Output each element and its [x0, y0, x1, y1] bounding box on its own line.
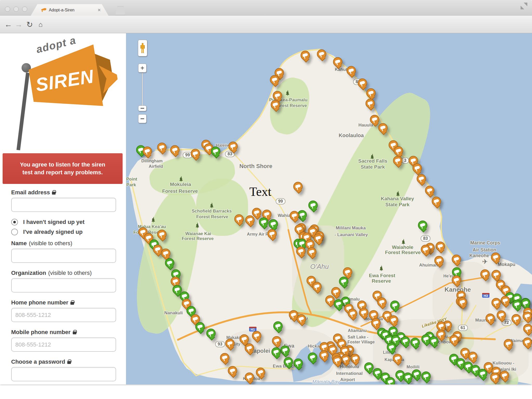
password-field[interactable]	[11, 367, 116, 381]
siren-marker[interactable]	[497, 310, 506, 320]
siren-marker[interactable]	[370, 115, 379, 124]
siren-marker[interactable]	[270, 75, 279, 84]
siren-marker[interactable]	[228, 142, 238, 151]
fullscreen-resize-icon[interactable]	[521, 3, 527, 9]
minimize-window-button[interactable]	[14, 6, 19, 12]
siren-marker[interactable]	[410, 338, 420, 347]
siren-marker[interactable]	[436, 330, 445, 339]
siren-marker[interactable]	[271, 100, 280, 109]
siren-marker[interactable]	[211, 147, 220, 156]
zoom-window-button[interactable]	[22, 6, 27, 12]
siren-marker[interactable]	[157, 143, 167, 152]
siren-marker[interactable]	[523, 311, 532, 321]
siren-marker[interactable]	[308, 201, 318, 210]
siren-marker[interactable]	[452, 275, 461, 285]
siren-marker[interactable]	[228, 366, 237, 375]
siren-marker[interactable]	[458, 297, 467, 307]
siren-marker[interactable]	[259, 217, 268, 227]
siren-marker[interactable]	[331, 287, 341, 296]
siren-marker[interactable]	[206, 329, 216, 338]
siren-marker[interactable]	[491, 252, 500, 262]
siren-marker[interactable]	[252, 331, 261, 340]
siren-marker[interactable]	[245, 215, 255, 225]
siren-marker[interactable]	[290, 211, 299, 220]
siren-marker[interactable]	[511, 314, 521, 323]
siren-marker[interactable]	[319, 350, 329, 360]
siren-marker[interactable]	[191, 149, 200, 158]
zoom-out-button[interactable]	[138, 114, 147, 123]
siren-marker[interactable]	[294, 358, 303, 368]
organization-field[interactable]	[11, 278, 116, 292]
siren-marker[interactable]	[307, 247, 316, 257]
siren-marker[interactable]	[480, 269, 490, 279]
siren-marker[interactable]	[165, 258, 174, 268]
zoom-slider-handle[interactable]	[138, 105, 147, 111]
siren-marker[interactable]	[393, 156, 402, 165]
siren-marker[interactable]	[436, 242, 445, 251]
siren-marker[interactable]	[412, 369, 421, 379]
close-window-button[interactable]	[5, 6, 10, 12]
siren-marker[interactable]	[195, 322, 205, 331]
reload-button[interactable]: ↻	[24, 16, 35, 33]
siren-marker[interactable]	[389, 315, 398, 325]
siren-marker[interactable]	[490, 373, 500, 382]
email-field[interactable]	[11, 198, 116, 212]
siren-marker[interactable]	[245, 343, 254, 353]
siren-marker[interactable]	[378, 123, 388, 132]
siren-marker[interactable]	[429, 336, 438, 346]
siren-marker[interactable]	[434, 256, 444, 265]
siren-marker[interactable]	[377, 297, 387, 307]
siren-marker[interactable]	[312, 282, 322, 291]
siren-marker[interactable]	[401, 336, 410, 346]
siren-marker[interactable]	[296, 247, 305, 256]
siren-marker[interactable]	[523, 324, 532, 333]
siren-marker[interactable]	[256, 368, 265, 377]
siren-marker[interactable]	[245, 373, 254, 382]
siren-marker[interactable]	[225, 339, 235, 348]
siren-marker[interactable]	[478, 369, 487, 378]
new-tab-button[interactable]	[113, 6, 125, 15]
siren-marker[interactable]	[403, 373, 413, 382]
siren-marker[interactable]	[301, 51, 310, 60]
siren-marker[interactable]	[491, 270, 501, 279]
siren-marker[interactable]	[500, 371, 509, 380]
siren-marker[interactable]	[332, 356, 342, 365]
zoom-in-button[interactable]: +	[138, 64, 147, 72]
siren-marker[interactable]	[187, 306, 196, 315]
siren-marker[interactable]	[365, 99, 375, 108]
siren-marker[interactable]	[271, 347, 281, 357]
siren-marker[interactable]	[240, 334, 249, 344]
siren-marker[interactable]	[421, 245, 430, 254]
siren-marker[interactable]	[421, 371, 431, 381]
tab-adopt-a-siren[interactable]: Adopt-a-Siren ✕	[31, 4, 109, 16]
siren-marker[interactable]	[280, 345, 290, 355]
siren-marker[interactable]	[157, 230, 167, 239]
siren-marker[interactable]	[394, 146, 403, 156]
siren-marker[interactable]	[348, 309, 357, 318]
siren-marker[interactable]	[325, 295, 335, 305]
siren-marker[interactable]	[172, 285, 182, 294]
forward-button[interactable]: →	[14, 16, 24, 33]
siren-marker[interactable]	[317, 49, 326, 59]
siren-marker[interactable]	[413, 163, 422, 173]
radio-already-signed-up[interactable]	[11, 229, 18, 235]
siren-marker[interactable]	[393, 354, 402, 363]
siren-marker[interactable]	[364, 362, 374, 372]
siren-marker[interactable]	[387, 343, 396, 352]
siren-marker[interactable]	[143, 147, 152, 156]
siren-marker[interactable]	[284, 357, 293, 367]
zoom-slider-track[interactable]	[142, 73, 143, 107]
siren-marker[interactable]	[512, 300, 522, 309]
siren-marker[interactable]	[366, 88, 376, 98]
siren-marker[interactable]	[334, 299, 343, 309]
siren-marker[interactable]	[386, 377, 395, 384]
siren-marker[interactable]	[425, 186, 434, 195]
siren-marker[interactable]	[390, 301, 400, 310]
siren-marker[interactable]	[501, 296, 510, 305]
siren-marker[interactable]	[272, 336, 281, 345]
siren-marker[interactable]	[297, 314, 306, 324]
signup-option-new[interactable]: I haven't signed up yet	[11, 219, 118, 225]
siren-marker[interactable]	[347, 66, 356, 75]
siren-marker[interactable]	[417, 174, 426, 183]
mobile-phone-field[interactable]	[11, 337, 116, 352]
